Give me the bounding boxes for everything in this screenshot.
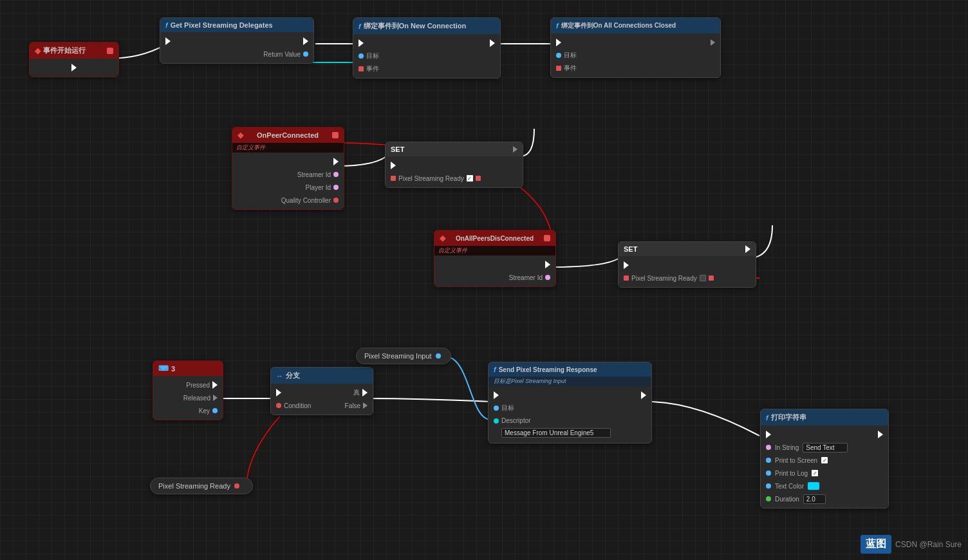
event-marker — [332, 132, 339, 138]
on-peer-connected-title: OnPeerConnected — [257, 131, 319, 139]
branch-title: 分支 — [286, 371, 300, 380]
print-log-check: ✓ — [812, 470, 818, 476]
exec-in-pin — [624, 261, 629, 269]
exec-out-pin — [303, 37, 308, 45]
event-pin — [358, 66, 364, 71]
key-3-title: 3 — [171, 365, 175, 373]
in-string-input[interactable] — [803, 443, 848, 453]
ready-pin — [624, 275, 629, 281]
pressed-pin — [212, 381, 218, 389]
var-pin — [436, 353, 441, 359]
exec-out-pin — [333, 158, 339, 165]
event-icon: ◆ — [237, 131, 243, 140]
subtitle: 自定义事件 — [434, 246, 555, 256]
cond-pin — [276, 403, 281, 408]
event-icon: ◆ — [35, 46, 41, 55]
print-string-title: 打印字符串 — [771, 413, 806, 422]
streamer-id-pin — [545, 275, 550, 280]
streamer-id-pin — [333, 172, 339, 177]
exec-in-pin — [766, 431, 771, 438]
set-title: SET — [391, 145, 404, 153]
branch-icon: ↔ — [276, 372, 283, 380]
bind-new-connection-node[interactable]: f 绑定事件到On New Connection 目标 事件 — [353, 17, 501, 79]
event-start-title: 事件开始运行 — [43, 46, 86, 55]
send-response-title: Send Pixel Streaming Response — [499, 366, 597, 373]
get-delegates-node[interactable]: f Get Pixel Streaming Delegates Return V… — [160, 17, 314, 64]
quality-ctrl-pin — [333, 198, 339, 203]
descriptor-pin — [494, 418, 499, 424]
released-pin — [213, 395, 218, 401]
send-response-subtitle: 目标是Pixel Streaming Input — [489, 377, 651, 386]
color-swatch — [808, 482, 819, 490]
exec-out-pin — [878, 431, 883, 438]
pixel-input-label: Pixel Streaming Input — [364, 352, 432, 360]
streamer-id-label: Streamer Id — [297, 171, 331, 178]
exec-in-pin — [494, 391, 499, 399]
set-ready-false-node[interactable]: SET Pixel Streaming Ready — [618, 241, 756, 288]
watermark-box: 蓝图 — [861, 535, 891, 554]
exec-out-pin — [641, 391, 646, 399]
pixel-ready-label: Pixel Streaming Ready — [158, 482, 230, 490]
function-icon: f — [556, 22, 559, 30]
ready-out-pin — [709, 275, 714, 281]
false-pin — [363, 402, 368, 409]
target-pin — [494, 406, 499, 411]
ready-checkbox: ✓ — [467, 175, 473, 182]
ready-label: Pixel Streaming Ready — [631, 275, 697, 282]
streamer-id-label: Streamer Id — [509, 274, 543, 281]
exec-out-pin — [745, 245, 750, 253]
quality-ctrl-label: Quality Controller — [281, 197, 331, 204]
duration-pin — [766, 496, 771, 501]
branch-node[interactable]: ↔ 分支 真 Condition False — [270, 367, 373, 415]
send-response-node[interactable]: f Send Pixel Streaming Response 目标是Pixel… — [488, 362, 652, 443]
ready-pin — [391, 176, 396, 181]
exec-in-pin — [391, 162, 396, 169]
event-icon: ◆ — [440, 234, 445, 243]
print-log-pin — [766, 471, 771, 476]
player-id-pin — [333, 185, 339, 190]
text-color-pin — [766, 483, 771, 489]
print-string-node[interactable]: f 打印字符串 In String Print to Screen ✓ Prin… — [760, 409, 889, 509]
function-icon: f — [494, 366, 496, 373]
in-string-pin — [766, 445, 771, 450]
set-ready-true-node[interactable]: SET Pixel Streaming Ready ✓ — [385, 142, 523, 188]
descriptor-input[interactable] — [501, 428, 611, 438]
on-peer-connected-node[interactable]: ◆ OnPeerConnected 自定义事件 Streamer Id Play… — [232, 127, 344, 210]
exec-in-pin — [165, 37, 171, 45]
event-marker — [107, 48, 113, 54]
player-id-label: Player Id — [306, 184, 331, 191]
pixel-ready-var-node[interactable]: Pixel Streaming Ready — [150, 478, 253, 494]
exec-in-pin — [556, 39, 561, 46]
ready-checkbox-false — [700, 275, 706, 281]
bind-all-closed-title: 绑定事件到On All Connections Closed — [561, 21, 676, 30]
exec-out-pin — [711, 39, 715, 46]
key-3-node[interactable]: ⌨ 3 Pressed Released Key — [153, 360, 223, 420]
print-screen-check: ✓ — [821, 457, 828, 463]
target-pin — [556, 53, 561, 58]
set-title: SET — [624, 245, 637, 253]
event-label: 事件 — [366, 64, 379, 73]
get-delegates-title: Get Pixel Streaming Delegates — [171, 21, 273, 29]
exec-out-pin — [513, 146, 517, 153]
subtitle: 自定义事件 — [232, 143, 344, 153]
ready-label: Pixel Streaming Ready — [398, 175, 464, 182]
exec-out-pin — [71, 64, 77, 71]
target-label: 目标 — [366, 51, 379, 61]
duration-input[interactable] — [803, 494, 826, 504]
watermark-credit: CSDN @Rain Sure — [895, 540, 962, 549]
on-all-disconnected-node[interactable]: ◆ OnAllPeersDisConnected 自定义事件 Streamer … — [434, 230, 556, 287]
target-label: 目标 — [564, 51, 577, 60]
bind-new-conn-title: 绑定事件到On New Connection — [364, 21, 467, 31]
pixel-input-var-node[interactable]: Pixel Streaming Input — [356, 348, 451, 364]
exec-out-pin — [490, 39, 495, 47]
function-icon: f — [358, 23, 361, 30]
keyboard-icon: ⌨ — [158, 364, 169, 373]
print-screen-pin — [766, 458, 771, 463]
event-marker — [544, 235, 550, 241]
exec-out-pin — [545, 261, 550, 268]
event-start-node[interactable]: ◆ 事件开始运行 — [29, 42, 119, 77]
return-value-pin — [303, 51, 308, 57]
event-pin — [556, 66, 561, 71]
function-icon: f — [165, 21, 168, 29]
bind-all-closed-node[interactable]: f 绑定事件到On All Connections Closed 目标 事件 — [550, 17, 721, 78]
